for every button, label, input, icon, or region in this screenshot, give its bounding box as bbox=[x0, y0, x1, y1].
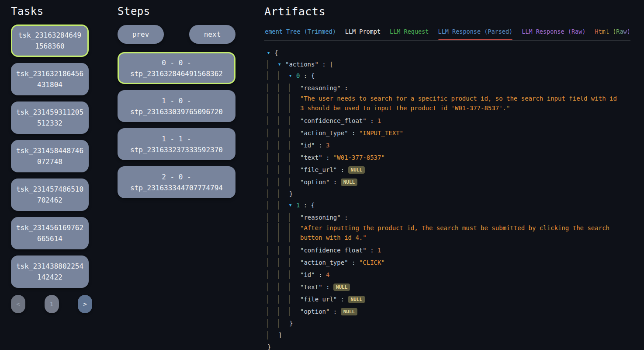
button-label-line: tsk_231456169762 bbox=[16, 222, 83, 233]
indent-guide bbox=[267, 116, 278, 125]
task-button[interactable]: tsk_231457486510702462 bbox=[11, 178, 89, 211]
button-label-line: 702462 bbox=[37, 195, 62, 206]
row-content: "id" : 3 bbox=[300, 141, 329, 150]
button-label-line: tsk_231457486510 bbox=[16, 184, 83, 195]
button-label-line: tsk_231438802254 bbox=[16, 261, 83, 272]
json-punct: : { bbox=[300, 72, 315, 79]
pagination-next-button[interactable]: > bbox=[78, 295, 92, 313]
button-label-line: 665614 bbox=[37, 233, 62, 244]
button-label-line: 1 - 1 - bbox=[162, 133, 191, 144]
task-button[interactable]: tsk_231632186456431804 bbox=[11, 63, 89, 95]
step-button[interactable]: 1 - 0 -stp_231633039765096720 bbox=[118, 90, 235, 122]
row-content: "After inputting the product id, the sea… bbox=[300, 223, 623, 242]
task-button[interactable]: tsk_231458448746072748 bbox=[11, 140, 89, 172]
tree-row: "action_type" : "CLICK" bbox=[267, 258, 630, 267]
button-label-line: 431804 bbox=[37, 79, 62, 90]
artifacts-title: Artifacts bbox=[264, 5, 630, 18]
indent-guide bbox=[267, 165, 278, 174]
artifacts-panel: Artifacts Element Tree (Trimmed)LLM Prom… bbox=[264, 4, 630, 350]
tree-row: } bbox=[267, 189, 630, 198]
json-key: "id" bbox=[300, 142, 315, 149]
json-punct: : [ bbox=[319, 61, 333, 68]
json-string: "W01-377-8537" bbox=[333, 154, 385, 161]
indent-guide bbox=[278, 189, 289, 198]
json-key: "action_type" bbox=[300, 130, 348, 136]
steps-next-button[interactable]: next bbox=[189, 25, 235, 44]
pagination-prev-button[interactable]: < bbox=[11, 295, 25, 313]
indent-guide bbox=[289, 213, 300, 222]
tab-html-raw[interactable]: Html (Raw) bbox=[595, 28, 630, 40]
json-punct: ] bbox=[278, 332, 282, 339]
row-content: "file_url" : NULL bbox=[300, 295, 365, 304]
task-button[interactable]: tsk_231459311205512332 bbox=[11, 102, 89, 134]
steps-list: 0 - 0 -stp_2316328464915683621 - 0 -stp_… bbox=[118, 52, 235, 198]
indent-guide bbox=[278, 319, 289, 328]
json-key: "id" bbox=[300, 271, 315, 278]
indent-guide bbox=[267, 94, 278, 113]
task-button[interactable]: tsk_231632846491568360 bbox=[11, 24, 89, 57]
json-punct: : bbox=[367, 247, 377, 254]
indent-guide bbox=[289, 307, 300, 316]
row-content: } bbox=[289, 319, 293, 328]
row-content: "The user needs to search for a specific… bbox=[300, 94, 623, 113]
tab-element-tree-trimmed[interactable]: Element Tree (Trimmed) bbox=[264, 28, 336, 40]
indent-guide bbox=[289, 129, 300, 137]
task-button[interactable]: tsk_231456169762665614 bbox=[11, 217, 89, 249]
row-content: 1 : { bbox=[296, 201, 315, 210]
json-key: "file_url" bbox=[300, 296, 337, 303]
tab-llm-request[interactable]: LLM Request bbox=[390, 28, 429, 40]
json-number: 3 bbox=[326, 142, 329, 149]
tree-row: "text" : "W01-377-8537" bbox=[267, 153, 630, 162]
indent-guide bbox=[267, 283, 278, 291]
tab-llm-response-raw[interactable]: LLM Response (Raw) bbox=[522, 28, 585, 40]
steps-prev-button[interactable]: prev bbox=[118, 25, 164, 44]
collapse-arrow-icon[interactable]: ▼ bbox=[289, 71, 296, 80]
collapse-arrow-icon[interactable]: ▼ bbox=[267, 49, 274, 57]
collapse-arrow-icon[interactable]: ▼ bbox=[278, 60, 285, 69]
steps-title: Steps bbox=[118, 5, 235, 18]
indent-guide bbox=[289, 94, 300, 113]
row-content: "confidence_float" : 1 bbox=[300, 116, 381, 125]
step-button[interactable]: 1 - 1 -stp_231633237333592370 bbox=[118, 128, 235, 160]
tree-row: "file_url" : NULL bbox=[267, 165, 630, 174]
collapse-arrow-icon[interactable]: ▼ bbox=[289, 201, 296, 210]
json-number: 1 bbox=[377, 117, 381, 124]
indent-guide bbox=[267, 331, 278, 340]
step-button[interactable]: 2 - 0 -stp_231633344707774794 bbox=[118, 166, 235, 198]
json-key: "actions" bbox=[285, 61, 319, 68]
row-content: } bbox=[267, 343, 271, 350]
json-punct: : bbox=[337, 296, 348, 303]
pagination-page-1-button[interactable]: 1 bbox=[45, 295, 59, 313]
json-punct: : bbox=[322, 284, 333, 290]
tab-llm-response-parsed[interactable]: LLM Response (Parsed) bbox=[438, 28, 513, 40]
button-label-line: 1568360 bbox=[35, 41, 64, 52]
tree-row: ] bbox=[267, 331, 630, 340]
json-key: "text" bbox=[300, 154, 322, 161]
step-button[interactable]: 0 - 0 -stp_231632846491568362 bbox=[118, 52, 235, 84]
task-button[interactable]: tsk_231438802254142422 bbox=[11, 256, 89, 288]
button-label-line: stp_231633237333592370 bbox=[130, 144, 223, 155]
row-content: ] bbox=[278, 331, 282, 340]
row-content: "option" : NULL bbox=[300, 178, 357, 186]
json-punct: : bbox=[329, 308, 340, 315]
indent-guide bbox=[267, 307, 278, 316]
button-label-line: tsk_231458448746 bbox=[16, 145, 83, 156]
indent-guide bbox=[278, 307, 289, 316]
json-punct: : bbox=[315, 271, 326, 278]
button-label-line: stp_231633344707774794 bbox=[130, 182, 223, 193]
indent-guide bbox=[278, 94, 289, 113]
tree-row: ▼{ bbox=[267, 49, 630, 57]
json-punct: : bbox=[337, 166, 348, 173]
tree-row: "id" : 4 bbox=[267, 270, 630, 279]
json-tree-viewer: ▼{▼"actions" : [▼0 : {"reasoning" :"The … bbox=[264, 49, 630, 350]
tasks-title: Tasks bbox=[11, 5, 89, 18]
json-punct: : bbox=[341, 214, 348, 221]
json-punct: { bbox=[274, 49, 278, 56]
indent-guide bbox=[267, 129, 278, 137]
indent-guide bbox=[278, 141, 289, 150]
tree-row: "text" : NULL bbox=[267, 283, 630, 291]
indent-guide bbox=[289, 84, 300, 92]
row-content: "reasoning" : bbox=[300, 84, 348, 92]
tab-llm-prompt[interactable]: LLM Prompt bbox=[345, 28, 381, 40]
json-null: NULL bbox=[348, 166, 365, 174]
